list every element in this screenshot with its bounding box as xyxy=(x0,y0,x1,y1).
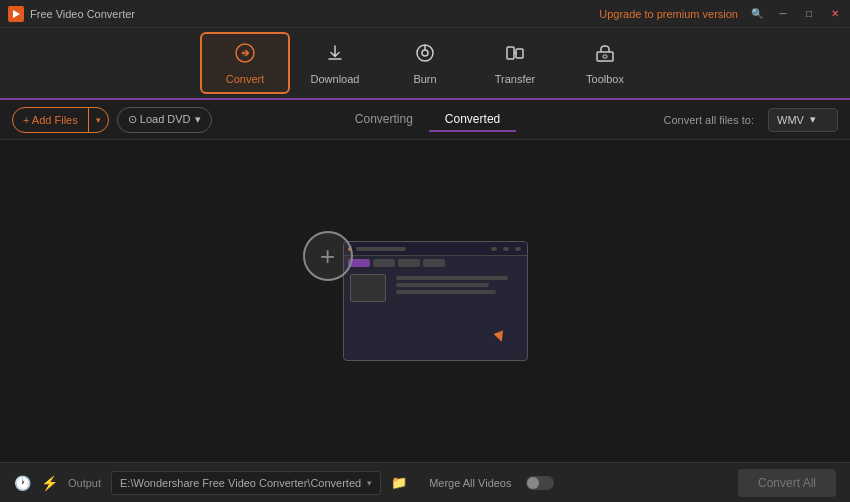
output-path[interactable]: E:\Wondershare Free Video Converter\Conv… xyxy=(111,471,381,495)
mockup-titlebar xyxy=(344,242,527,256)
toolbar-toolbox[interactable]: Toolbox xyxy=(560,32,650,94)
folder-icon[interactable]: 📁 xyxy=(391,475,407,490)
format-arrow: ▾ xyxy=(810,113,816,126)
load-dvd-label: ⊙ Load DVD xyxy=(128,113,191,126)
mockup-btn2 xyxy=(503,247,509,251)
add-files-main[interactable]: + Add Files xyxy=(13,108,88,132)
load-dvd-button[interactable]: ⊙ Load DVD ▾ xyxy=(117,107,212,133)
toolbar-transfer[interactable]: Transfer xyxy=(470,32,560,94)
merge-toggle[interactable] xyxy=(526,476,554,490)
download-icon xyxy=(324,42,346,69)
clock-icon[interactable]: 🕐 xyxy=(14,475,31,491)
app-title: Free Video Converter xyxy=(30,8,135,20)
mockup-btn1 xyxy=(491,247,497,251)
toolbox-label: Toolbox xyxy=(586,73,624,85)
minimize-button[interactable]: ─ xyxy=(776,7,790,21)
convert-icon xyxy=(234,42,256,69)
svg-rect-9 xyxy=(603,55,607,58)
plus-icon: + xyxy=(320,241,335,272)
svg-marker-0 xyxy=(13,10,20,18)
mockup-tabs xyxy=(344,256,527,270)
output-label: Output xyxy=(68,477,101,489)
transfer-icon xyxy=(504,42,526,69)
lightning-icon[interactable]: ⚡ xyxy=(41,475,58,491)
format-select[interactable]: WMV ▾ xyxy=(768,108,838,132)
convert-all-button[interactable]: Convert All xyxy=(738,469,836,497)
drop-illustration: + xyxy=(323,241,528,361)
add-files-dropdown-arrow[interactable]: ▾ xyxy=(88,108,108,132)
app-icon xyxy=(8,6,24,22)
output-path-text: E:\Wondershare Free Video Converter\Conv… xyxy=(120,477,361,489)
path-arrow: ▾ xyxy=(367,478,372,488)
add-files-button[interactable]: + Add Files ▾ xyxy=(12,107,109,133)
mockup-tab-1 xyxy=(373,259,395,267)
cursor-icon xyxy=(493,331,506,344)
svg-rect-8 xyxy=(597,52,613,61)
mockup-tab-3 xyxy=(423,259,445,267)
tab-converting[interactable]: Converting xyxy=(339,108,429,132)
mockup-title-line xyxy=(356,247,406,251)
svg-point-4 xyxy=(422,50,428,56)
transfer-label: Transfer xyxy=(495,73,536,85)
burn-icon xyxy=(414,42,436,69)
mockup-tab-2 xyxy=(398,259,420,267)
upgrade-link[interactable]: Upgrade to premium version xyxy=(599,8,738,20)
svg-rect-6 xyxy=(507,47,514,59)
toolbar-download[interactable]: Download xyxy=(290,32,380,94)
title-bar: Free Video Converter Upgrade to premium … xyxy=(0,0,850,28)
toolbar-convert[interactable]: Convert xyxy=(200,32,290,94)
convert-label: Convert xyxy=(226,73,265,85)
main-content: + xyxy=(0,140,850,462)
status-bar: 🕐 ⚡ Output E:\Wondershare Free Video Con… xyxy=(0,462,850,502)
burn-label: Burn xyxy=(413,73,436,85)
title-bar-right: Upgrade to premium version 🔍 ─ □ ✕ xyxy=(599,7,842,21)
mockup-btn3 xyxy=(515,247,521,251)
download-label: Download xyxy=(311,73,360,85)
format-value: WMV xyxy=(777,114,804,126)
add-plus-circle: + xyxy=(303,231,353,281)
toolbox-icon xyxy=(594,42,616,69)
window-mockup xyxy=(343,241,528,361)
load-dvd-arrow: ▾ xyxy=(195,113,201,126)
action-bar: + Add Files ▾ ⊙ Load DVD ▾ Converting Co… xyxy=(0,100,850,140)
toolbar: Convert Download Burn xyxy=(0,28,850,100)
mockup-line-3 xyxy=(396,290,496,294)
merge-label: Merge All Videos xyxy=(429,477,511,489)
mockup-line-1 xyxy=(396,276,509,280)
close-button[interactable]: ✕ xyxy=(828,7,842,21)
mockup-line-2 xyxy=(396,283,490,287)
convert-all-label: Convert all files to: xyxy=(664,114,754,126)
tab-group: Converting Converted xyxy=(339,108,516,132)
title-bar-left: Free Video Converter xyxy=(8,6,135,22)
search-button[interactable]: 🔍 xyxy=(750,7,764,21)
maximize-button[interactable]: □ xyxy=(802,7,816,21)
svg-point-2 xyxy=(242,50,248,56)
mockup-thumbnail xyxy=(350,274,386,302)
mockup-text-lines xyxy=(396,274,521,297)
toolbar-burn[interactable]: Burn xyxy=(380,32,470,94)
toggle-knob xyxy=(527,477,539,489)
mockup-body xyxy=(344,270,527,306)
svg-rect-7 xyxy=(516,49,523,58)
tab-converted[interactable]: Converted xyxy=(429,108,516,132)
